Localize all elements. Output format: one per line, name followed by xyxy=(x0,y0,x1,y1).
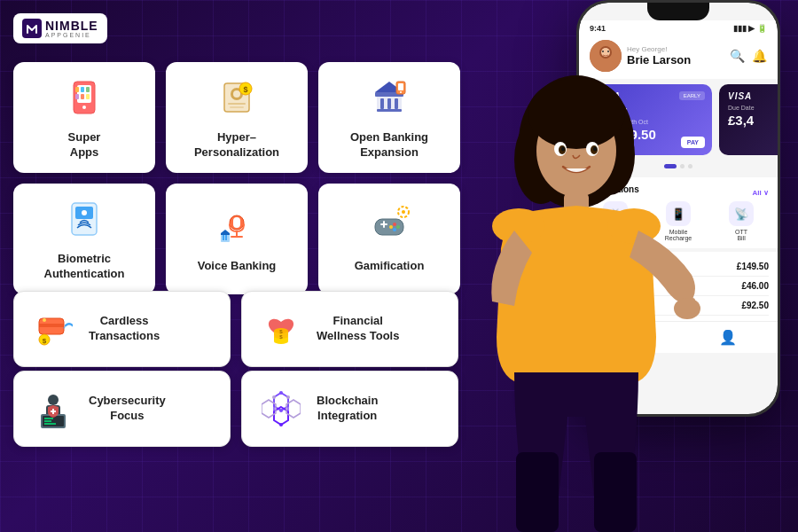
svg-rect-21 xyxy=(395,98,398,109)
svg-point-84 xyxy=(607,51,609,52)
svg-point-49 xyxy=(43,318,46,322)
biometric-auth-icon xyxy=(63,198,106,245)
svg-point-41 xyxy=(393,223,396,226)
svg-rect-22 xyxy=(377,109,402,112)
svg-rect-102 xyxy=(594,452,637,532)
avatar xyxy=(590,40,622,72)
person-figure xyxy=(452,71,700,532)
bank-card-secondary[interactable]: VISA Due Date £3,4 xyxy=(719,84,778,155)
card-biometric-auth[interactable]: BiometricAuthentication xyxy=(13,184,155,294)
svg-point-89 xyxy=(528,78,625,149)
phone-notch xyxy=(647,3,709,20)
svg-point-59 xyxy=(48,395,59,405)
svg-rect-101 xyxy=(516,452,559,532)
bottom-cards-row: CybersecurityFocus BlockchainIntegration xyxy=(13,371,466,447)
profile-nav-icon[interactable]: 👤 xyxy=(719,329,737,346)
svg-rect-4 xyxy=(81,87,84,92)
svg-text:$: $ xyxy=(43,337,47,345)
tx-amount-2: £46.00 xyxy=(741,281,769,291)
svg-point-95 xyxy=(593,147,597,152)
svg-rect-3 xyxy=(75,87,79,92)
svg-rect-40 xyxy=(383,221,385,228)
card-blockchain[interactable]: BlockchainIntegration xyxy=(241,371,458,447)
user-name: Brie Larson xyxy=(627,53,691,66)
svg-point-44 xyxy=(389,225,393,229)
card-cybersecurity[interactable]: CybersecurityFocus xyxy=(13,371,231,447)
cybersecurity-label: CybersecurityFocus xyxy=(89,394,166,424)
svg-rect-5 xyxy=(86,87,90,92)
visa-label-2: VISA xyxy=(728,91,778,101)
logo-text: NIMBLE APPGENIE xyxy=(45,20,98,38)
svg-point-43 xyxy=(393,228,396,231)
svg-rect-20 xyxy=(387,98,391,109)
svg-point-74 xyxy=(279,391,283,395)
svg-rect-12 xyxy=(228,103,246,105)
card-cardless-transactions[interactable]: $ CardlessTransactions xyxy=(13,291,231,367)
hyper-personalization-icon: $ xyxy=(215,76,258,123)
svg-point-99 xyxy=(674,298,700,319)
gamification-icon xyxy=(368,205,411,252)
svg-rect-13 xyxy=(230,106,244,108)
svg-point-75 xyxy=(279,409,283,412)
ott-label: OTTBill xyxy=(735,229,747,241)
brand-name: NIMBLE xyxy=(45,20,98,32)
blockchain-icon xyxy=(258,386,304,432)
card-hyper-personalization[interactable]: $ Hyper–Personalization xyxy=(166,62,308,173)
middle-cards-row: $ CardlessTransactions $ $ FinancialWell… xyxy=(13,291,466,367)
hyper-personalization-label: Hyper–Personalization xyxy=(194,130,279,160)
header-icons: 🔍 🔔 xyxy=(730,49,767,63)
status-bar: 9:41 ▮▮▮ ▶ 🔋 xyxy=(579,20,778,35)
open-banking-label: Open BankingExpansion xyxy=(350,130,428,160)
super-apps-icon xyxy=(63,76,106,123)
svg-point-46 xyxy=(402,210,405,214)
search-icon[interactable]: 🔍 xyxy=(730,49,745,63)
user-info: Hey George! Brie Larson xyxy=(590,40,691,72)
cardless-label: CardlessTransactions xyxy=(89,314,160,344)
svg-point-28 xyxy=(82,210,87,215)
open-banking-icon xyxy=(368,76,411,123)
cardless-icon: $ xyxy=(30,306,76,352)
bell-icon[interactable]: 🔔 xyxy=(752,49,767,63)
svg-point-94 xyxy=(561,147,565,152)
voice-banking-icon xyxy=(215,205,258,252)
card-voice-banking[interactable]: Voice Banking xyxy=(166,184,308,294)
svg-text:$: $ xyxy=(243,85,247,94)
svg-rect-8 xyxy=(86,94,90,99)
svg-point-77 xyxy=(272,395,276,399)
svg-point-2 xyxy=(82,106,86,109)
logo: NIMBLE APPGENIE xyxy=(13,13,107,43)
card-gamification[interactable]: Gamification xyxy=(318,184,460,294)
svg-point-11 xyxy=(233,90,240,98)
tx-amount-1: £149.50 xyxy=(737,262,769,271)
svg-point-78 xyxy=(286,395,290,399)
all-button[interactable]: All ∨ xyxy=(753,189,769,197)
svg-rect-6 xyxy=(75,94,79,99)
cybersecurity-icon xyxy=(30,386,76,432)
svg-point-42 xyxy=(396,225,400,229)
financial-wellness-label: FinancialWellness Tools xyxy=(317,314,399,344)
gamification-label: Gamification xyxy=(355,259,425,274)
financial-wellness-icon: $ $ xyxy=(258,306,304,352)
time-display: 9:41 xyxy=(590,24,606,33)
svg-rect-24 xyxy=(398,83,403,90)
card-open-banking[interactable]: Open BankingExpansion xyxy=(318,62,460,173)
logo-icon xyxy=(22,19,42,38)
ott-icon: 📡 xyxy=(729,201,754,226)
card-amount-2: £3,4 xyxy=(728,113,778,128)
brand-tagline: APPGENIE xyxy=(45,32,98,38)
greeting: Hey George! xyxy=(627,45,691,53)
blockchain-label: BlockchainIntegration xyxy=(317,394,378,424)
svg-rect-35 xyxy=(225,235,227,240)
svg-rect-7 xyxy=(81,94,84,99)
svg-point-25 xyxy=(400,91,402,93)
op-ott[interactable]: 📡 OTTBill xyxy=(729,201,754,241)
card-super-apps[interactable]: SuperApps xyxy=(13,62,155,173)
card-financial-wellness[interactable]: $ $ FinancialWellness Tools xyxy=(241,291,458,367)
user-text: Hey George! Brie Larson xyxy=(627,45,691,66)
tx-amount-3: £92.50 xyxy=(741,301,769,310)
svg-rect-36 xyxy=(221,233,230,235)
svg-rect-48 xyxy=(39,324,64,327)
svg-rect-34 xyxy=(223,235,224,240)
svg-point-83 xyxy=(602,51,604,52)
svg-rect-30 xyxy=(233,217,240,228)
